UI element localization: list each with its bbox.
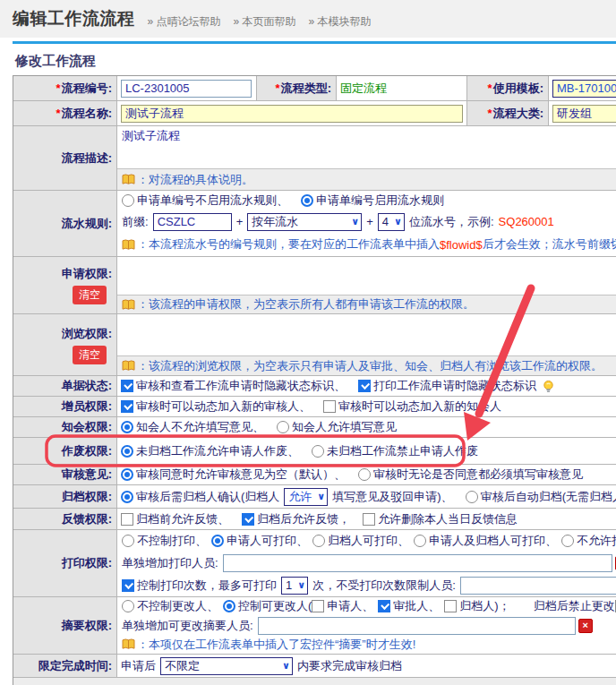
top-header-bar: 编辑工作流流程 » 点晴论坛帮助 » 本页面帮助 » 本模块帮助	[0, 0, 616, 38]
row-archive-permission: 归档权限: 审核后需归档人确认(归档人 允许 ∨ 填写意见及驳回申请)、 审核后…	[13, 485, 616, 509]
chevron-down-icon: ∨	[282, 660, 290, 672]
summary-extra-people-input[interactable]	[258, 617, 576, 635]
void-allow-radio[interactable]	[121, 445, 133, 458]
row-add-member: 增员权限: 审核时可以动态加入新的审核人、 审核时可以动态加入新的知会人	[13, 397, 616, 417]
flow-type-value: 固定流程	[340, 81, 387, 97]
breadcrumb-link-page-help[interactable]: » 本页面帮助	[234, 14, 296, 30]
breadcrumb: » 点晴论坛帮助 » 本页面帮助 » 本模块帮助	[148, 9, 372, 30]
print-permission-label: 打印权限:	[13, 530, 117, 596]
book-icon	[122, 174, 135, 185]
row-apply-permission: 申请权限: 清空 ：该流程的申请权限，为空表示所有人都有申请该工作流的权限。	[13, 257, 616, 314]
serial-sample: SQ260001	[499, 215, 554, 228]
prefix-label: 前缀:	[122, 214, 149, 230]
template-label: * 使用模板:	[466, 76, 549, 100]
serial-rule-label: 流水规则:	[13, 191, 117, 256]
apply-permission-area[interactable]	[117, 257, 616, 295]
print-archiver-radio[interactable]	[312, 535, 325, 547]
hide-status-print-checkbox[interactable]	[358, 380, 371, 392]
review-must-fill-radio[interactable]	[358, 468, 371, 481]
archive-allow-select[interactable]: 允许 ∨	[284, 488, 328, 506]
summary-applicant-checkbox[interactable]	[312, 600, 324, 612]
print-extra-people-input[interactable]	[223, 554, 612, 572]
description-textarea[interactable]: 测试子流程	[117, 126, 616, 168]
deadline-select[interactable]: 不限定 ∨	[160, 657, 293, 675]
notify-allow-comment-radio[interactable]	[277, 421, 289, 433]
print-forbid-radio[interactable]	[561, 535, 574, 547]
view-permission-area[interactable]	[117, 314, 616, 355]
summary-control-radio[interactable]	[223, 600, 235, 612]
print-applicant-radio[interactable]	[211, 535, 224, 547]
flow-type-label: * 流程类型:	[256, 76, 337, 100]
serial-after-text: 位流水号，示例:	[409, 214, 494, 230]
flow-name-label: * 流程名称:	[13, 101, 117, 125]
prefix-input[interactable]: CSZLC	[153, 213, 232, 231]
flow-name-input[interactable]: 测试子流程	[121, 105, 463, 123]
breadcrumb-link-module-help[interactable]: » 本模块帮助	[309, 14, 372, 30]
print-no-control-radio[interactable]	[122, 535, 134, 547]
row-deadline: 限定完成时间: 申请后 不限定 ∨ 内要求完成审核归档	[13, 655, 616, 678]
chevron-down-icon: ∨	[351, 216, 359, 227]
apply-permission-note: ：该流程的申请权限，为空表示所有人都有申请该工作流的权限。	[117, 295, 616, 313]
row-summary-permission: 摘要权限: 不控制更改人、 控制可更改人( 申请人、 审批人、 归档人)； 归档…	[13, 597, 616, 655]
doc-status-label: 单据状态:	[13, 376, 117, 396]
summary-approver-checkbox[interactable]	[378, 600, 390, 612]
notify-permission-label: 知会权限:	[13, 417, 117, 437]
void-permission-label: 作废权限:	[13, 438, 117, 464]
row-notify-permission: 知会权限: 知会人不允许填写意见、 知会人允许填写意见	[13, 417, 616, 438]
serial-rule-note: ：本流程流水号的编号规则，要在对应的工作流表单中插入$flowid$后才会生效；…	[117, 233, 616, 256]
archive-confirm-radio[interactable]	[121, 491, 133, 503]
lightbulb-icon	[542, 380, 555, 393]
accent-divider	[13, 41, 616, 44]
category-label: * 流程大类:	[466, 101, 549, 125]
book-icon	[122, 299, 135, 311]
workflow-form-table: * 流程编号: LC-2301005 * 流程类型: 固定流程 * 使用模板: …	[13, 75, 616, 685]
serial-digits-select[interactable]: 4 ∨	[378, 213, 405, 231]
print-both-radio[interactable]	[414, 535, 426, 547]
summary-note: ：本项仅在工作流表单中插入了宏控件“摘要”时才生效!	[117, 635, 616, 654]
flow-no-label: * 流程编号:	[13, 76, 117, 100]
void-forbid-radio[interactable]	[312, 445, 324, 458]
notify-no-comment-radio[interactable]	[121, 421, 133, 433]
apply-permission-clear-button[interactable]: 清空	[73, 286, 107, 304]
apply-permission-label: 申请权限:	[62, 266, 112, 282]
serial-disable-radio[interactable]	[122, 194, 134, 207]
section-title: 修改工作流程	[15, 53, 96, 70]
row-serial-rule: 流水规则: 申请单编号不启用流水规则、 申请单编号启用流水规则 前缀: CSZL…	[13, 191, 616, 257]
print-count-control-checkbox[interactable]	[122, 579, 134, 592]
summary-lock-label: 归档后禁止更改	[534, 598, 615, 614]
description-note: ：对流程的具体说明。	[117, 168, 616, 190]
clear-field-icon[interactable]: ×	[578, 619, 593, 633]
breadcrumb-link-forum-help[interactable]: » 点晴论坛帮助	[148, 14, 221, 30]
template-input[interactable]: MB-170100	[552, 80, 616, 98]
print-unlimited-people-input[interactable]	[460, 577, 616, 595]
category-input[interactable]: 研发组	[552, 105, 616, 123]
row-description: 流程描述: 测试子流程 ：对流程的具体说明。	[13, 126, 616, 191]
print-extra-people-label: 单独增加打印人员:	[122, 555, 218, 571]
row-doc-status: 单据状态: 审核和查看工作流申请时隐藏状态标识、 打印工作流申请时隐藏状态标识	[13, 376, 616, 397]
add-member-label: 增员权限:	[13, 397, 117, 416]
serial-enable-label: 申请单编号启用流水规则	[316, 193, 444, 209]
required-mark: *	[56, 81, 61, 95]
row-feedback-permission: 反馈权限: 归档前允许反馈、 归档后允许反馈， 允许删除本人当日反馈信息	[13, 509, 616, 530]
archive-auto-radio[interactable]	[466, 491, 478, 503]
flow-no-input[interactable]: LC-2301005	[121, 80, 252, 98]
dynamic-add-reviewer-checkbox[interactable]	[121, 400, 133, 413]
feedback-delete-own-checkbox[interactable]	[363, 513, 375, 526]
summary-no-control-radio[interactable]	[122, 600, 134, 612]
feedback-after-archive-checkbox[interactable]	[242, 513, 254, 526]
archive-permission-label: 归档权限:	[13, 485, 117, 508]
dynamic-add-notified-checkbox[interactable]	[323, 400, 336, 413]
serial-disable-label: 申请单编号不启用流水规则、	[137, 193, 288, 209]
feedback-before-archive-checkbox[interactable]	[121, 513, 133, 526]
view-permission-clear-button[interactable]: 清空	[73, 346, 107, 364]
chevron-down-icon: ∨	[297, 579, 305, 591]
serial-enable-radio[interactable]	[301, 194, 313, 207]
summary-archiver-checkbox[interactable]	[444, 600, 457, 612]
hide-status-review-checkbox[interactable]	[121, 380, 133, 392]
book-icon	[122, 360, 135, 372]
serial-period-select[interactable]: 按年流水 ∨	[247, 213, 362, 231]
view-permission-note: ：该流程的浏览权限，为空表示只有申请人及审批、知会、归档人有浏览该工作流的权限。	[117, 355, 616, 375]
chevron-down-icon: ∨	[394, 216, 402, 227]
print-count-select[interactable]: 1 ∨	[281, 577, 308, 595]
review-empty-ok-radio[interactable]	[121, 468, 133, 481]
